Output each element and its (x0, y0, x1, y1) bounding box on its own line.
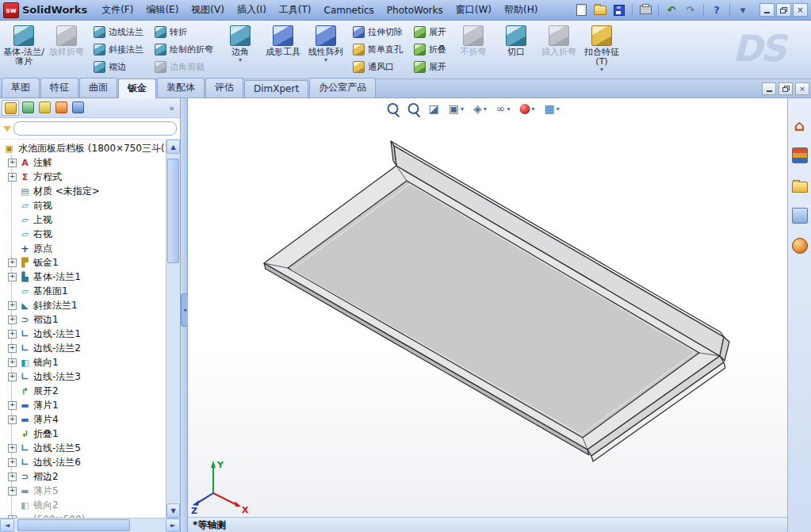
menu-item[interactable]: Camnetics (318, 2, 381, 18)
document-minimize-button[interactable] (762, 82, 776, 95)
expand-icon[interactable]: + (8, 415, 17, 424)
tree-item[interactable]: 前视 (8, 198, 166, 212)
ribbon-corner-button[interactable]: 边角▾ (220, 23, 261, 76)
ribbon-miter-flange-button[interactable]: 斜接法兰 (90, 41, 147, 57)
tree-item[interactable]: 折叠1 (8, 427, 166, 441)
appearances-button[interactable] (790, 236, 809, 255)
ribbon-flatten-button[interactable]: 展开 (411, 59, 449, 75)
expand-icon[interactable]: + (8, 273, 17, 281)
expand-icon[interactable]: + (8, 258, 17, 267)
scroll-thumb[interactable] (17, 519, 130, 531)
tree-item[interactable]: +钣金1 (8, 255, 166, 270)
tab[interactable]: 装配体 (157, 78, 205, 98)
new-button[interactable] (572, 2, 590, 18)
expand-icon[interactable]: + (8, 515, 17, 519)
ribbon-hem-button[interactable]: 褶边 (90, 59, 147, 75)
menu-item[interactable]: 视图(V) (185, 1, 231, 19)
menu-item[interactable]: 编辑(E) (140, 1, 185, 19)
scroll-left-arrow[interactable]: ◄ (0, 519, 14, 532)
menu-item[interactable]: 工具(T) (273, 1, 318, 19)
menu-item[interactable]: 插入(I) (231, 1, 273, 19)
expand-icon[interactable]: + (8, 473, 17, 481)
expand-icon[interactable]: + (8, 301, 17, 310)
tab[interactable]: 办公室产品 (309, 78, 376, 98)
tree-item[interactable]: +基体-法兰1 (8, 270, 166, 284)
ribbon-rip-button[interactable]: 切口 (495, 23, 537, 76)
help-button[interactable]: ? (708, 2, 725, 18)
ribbon-simple-hole-button[interactable]: 简单直孔 (350, 41, 406, 57)
tree-item[interactable]: +褶边2 (8, 469, 166, 484)
tree-item[interactable]: +边线-法兰1 (8, 327, 166, 341)
ribbon-unfold-button[interactable]: 展开 (411, 25, 449, 40)
menu-item[interactable]: 帮助(H) (498, 1, 544, 19)
scroll-track[interactable] (14, 519, 166, 532)
document-close-button[interactable]: × (795, 82, 809, 95)
featuremanager-tab[interactable] (2, 100, 19, 116)
view-orientation-button[interactable]: ▣▾ (446, 101, 466, 116)
panel-chevron[interactable]: » (165, 103, 178, 113)
menu-item[interactable]: 窗口(W) (449, 1, 498, 19)
tab[interactable]: 特征 (40, 78, 78, 98)
graphics-area[interactable]: ◪▣▾◈▾∞▾▾▦▾ Y X Z (188, 98, 787, 517)
edit-appearance-button[interactable]: ▾ (517, 102, 537, 116)
tree-item[interactable]: +斜接法兰1 (8, 298, 166, 312)
scroll-thumb[interactable] (167, 159, 179, 263)
ribbon-forming-tool-button[interactable]: 成形工具 (262, 23, 304, 76)
file-explorer-button[interactable] (790, 176, 809, 195)
document-restore-button[interactable] (778, 82, 793, 95)
tree-item[interactable]: +注解 (8, 155, 166, 170)
expand-icon[interactable]: + (8, 401, 17, 410)
tree-item[interactable]: +褶边1 (8, 312, 166, 327)
scroll-track[interactable] (166, 154, 180, 503)
tree-item[interactable]: 展开2 (8, 384, 166, 398)
tree-item[interactable]: 基准面1 (8, 284, 166, 298)
redo-button[interactable]: ↷ (682, 2, 699, 18)
tab[interactable]: 评估 (205, 78, 243, 98)
menu-item[interactable]: PhotoWorks (381, 2, 449, 18)
undo-button[interactable]: ↶ (663, 2, 680, 18)
expand-icon[interactable]: + (8, 358, 17, 367)
tree-item[interactable]: 上视 (8, 212, 166, 227)
ribbon-linear-pattern-button[interactable]: 线性阵列▾ (305, 23, 346, 76)
scroll-up-arrow[interactable]: ▲ (166, 140, 180, 154)
tree-horizontal-scrollbar[interactable]: ◄ ► (0, 518, 180, 532)
tree-item[interactable]: +边线-法兰2 (8, 341, 166, 355)
toolbar-options-button[interactable]: ▾ (734, 2, 752, 18)
tree-item[interactable]: +镜向1 (8, 355, 166, 369)
zoom-fit-button[interactable] (385, 101, 401, 116)
zoom-area-button[interactable] (406, 101, 422, 116)
dimxpertmanager-tab[interactable] (53, 100, 69, 114)
tab[interactable]: DimXpert (244, 80, 308, 98)
ribbon-extruded-cut-button[interactable]: 拉伸切除 (350, 25, 406, 40)
expand-icon[interactable]: + (8, 330, 17, 339)
tree-item[interactable]: 右视 (8, 227, 166, 241)
ribbon-base-flange-button[interactable]: 基体-法兰/薄片 (3, 23, 44, 76)
home-button[interactable] (790, 116, 809, 135)
window-minimize-button[interactable] (759, 3, 775, 17)
expand-icon[interactable]: + (8, 458, 17, 467)
expand-icon[interactable]: + (8, 159, 17, 167)
expand-icon[interactable]: + (8, 444, 17, 453)
display-style-button[interactable]: ◈▾ (471, 101, 489, 116)
tree-item[interactable]: +薄片5 (8, 484, 166, 498)
tree-item[interactable]: +方程式 (8, 170, 166, 184)
view-palette-button[interactable] (790, 206, 809, 225)
tree-item[interactable]: 材质 <未指定> (8, 184, 166, 198)
tree-item[interactable]: 镜向2 (8, 498, 166, 512)
tab[interactable]: 草图 (2, 78, 40, 98)
ribbon-fastening-feature-button[interactable]: 扣合特征(T)▾ (581, 23, 622, 76)
scroll-down-arrow[interactable]: ▼ (166, 503, 180, 518)
expand-icon[interactable]: + (8, 487, 17, 496)
print-button[interactable] (637, 2, 654, 18)
ribbon-fold-button[interactable]: 折叠 (411, 41, 449, 57)
menu-item[interactable]: 文件(F) (95, 1, 140, 19)
save-button[interactable] (610, 2, 628, 18)
window-close-button[interactable]: × (793, 3, 808, 17)
filter-input[interactable] (13, 121, 177, 136)
tab[interactable]: 钣金 (118, 78, 156, 98)
propertymanager-tab[interactable] (20, 100, 36, 114)
ribbon-vent-button[interactable]: 通风口 (350, 59, 406, 75)
expand-icon[interactable]: + (8, 316, 17, 324)
tree-item[interactable]: +薄片1 (8, 398, 166, 412)
sheet-metal-part-3d-view[interactable] (188, 98, 787, 517)
